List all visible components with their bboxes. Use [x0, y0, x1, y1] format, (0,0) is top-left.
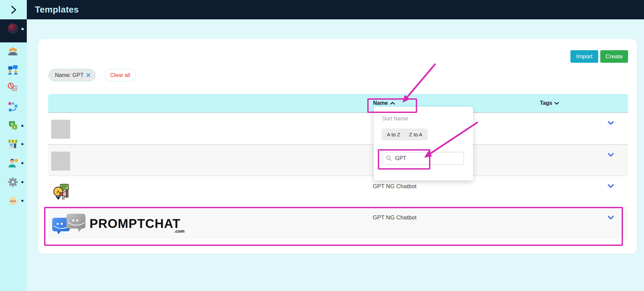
svg-text:PROMPTCHAT: PROMPTCHAT	[90, 217, 180, 231]
gear-icon	[7, 176, 19, 188]
storefront-icon	[7, 138, 19, 150]
template-name: GPT NG Chatbot	[373, 183, 416, 190]
idea-megaphone-icon	[51, 182, 71, 202]
sidebar-item-agent-profile[interactable]	[7, 157, 19, 169]
clear-all-label: Clear all	[110, 72, 130, 78]
page-title: Templates	[35, 0, 79, 19]
templates-table: Name Tags	[48, 94, 628, 239]
sidebar-toggle-button[interactable]	[0, 0, 27, 19]
import-button[interactable]: Import	[570, 50, 598, 63]
expand-row-icon[interactable]	[607, 215, 614, 220]
sidebar-item-audiences[interactable]	[7, 46, 19, 57]
row-thumbnail-placeholder	[51, 120, 70, 139]
workflow-icon	[7, 101, 19, 112]
column-header-tags[interactable]: Tags	[540, 94, 559, 112]
sidebar-dot	[21, 143, 23, 145]
sidebar-dot	[21, 200, 23, 202]
promptchat-logo: PROMPTCHAT .com	[52, 212, 197, 236]
top-bar: Templates	[0, 0, 644, 19]
avatar-status-dot	[21, 28, 24, 30]
chevron-right-icon	[10, 5, 17, 14]
sort-name-popup: Sort Name A to Z Z to A	[374, 107, 473, 180]
chat-users-icon	[7, 64, 19, 75]
sidebar-item-settings[interactable]	[7, 176, 19, 188]
row-thumbnail-placeholder	[51, 152, 70, 171]
svg-text:.com: .com	[174, 229, 184, 234]
sort-asc-icon	[390, 102, 395, 105]
avatar[interactable]	[8, 23, 18, 34]
svg-text:Q: Q	[11, 122, 14, 125]
table-row[interactable]: GPT NG Chatbot	[48, 176, 628, 208]
sidebar: Q A	[0, 19, 27, 291]
person-gear-icon	[7, 157, 19, 169]
sidebar-dot	[21, 181, 23, 183]
chevron-down-icon	[554, 102, 559, 105]
sort-a-to-z-button[interactable]: A to Z	[387, 132, 400, 137]
expand-row-icon[interactable]	[607, 152, 614, 158]
filter-chip-name[interactable]: Name: GPT	[48, 69, 96, 81]
app-root: Templates	[0, 0, 644, 291]
filter-chip-label: Name: GPT	[55, 72, 83, 78]
sidebar-dot	[21, 162, 23, 164]
sidebar-item-scheduler[interactable]	[7, 82, 19, 93]
table-row-highlighted[interactable]: PROMPTCHAT .com GPT NG Chatbot	[48, 209, 628, 239]
sidebar-item-flow-builder[interactable]	[7, 101, 19, 112]
sidebar-item-more[interactable]	[7, 195, 19, 207]
create-button[interactable]: Create	[600, 50, 628, 63]
search-icon	[386, 155, 392, 161]
expand-row-icon[interactable]	[607, 120, 614, 126]
users-group-icon	[7, 46, 19, 57]
templates-card: Import Create Name: GPT Clear all Name T…	[38, 39, 637, 254]
sort-z-to-a-button[interactable]: Z to A	[409, 132, 422, 137]
face-ellipsis-icon	[7, 195, 19, 207]
sidebar-item-marketplace[interactable]	[7, 138, 19, 150]
table-header-row: Name Tags	[48, 94, 628, 113]
avatar-block	[0, 19, 27, 42]
sidebar-item-live-chat[interactable]	[7, 64, 19, 75]
name-search-input[interactable]	[382, 152, 464, 164]
sidebar-item-qa-knowledge[interactable]: Q A	[7, 120, 19, 132]
name-search-field	[382, 152, 464, 164]
clear-all-button[interactable]: Clear all	[104, 69, 136, 81]
question-answer-icon: Q A	[7, 120, 19, 132]
sort-direction-toggle: A to Z Z to A	[382, 129, 428, 140]
expand-row-icon[interactable]	[607, 183, 614, 189]
table-row[interactable]	[48, 113, 628, 144]
sort-popup-title: Sort Name	[382, 116, 408, 122]
clock-calendar-icon	[7, 82, 19, 93]
table-row[interactable]	[48, 144, 628, 176]
template-name: GPT NG Chatbot	[373, 214, 416, 221]
remove-filter-icon[interactable]	[86, 73, 91, 77]
svg-text:A: A	[14, 125, 16, 129]
sidebar-dot	[21, 125, 23, 127]
